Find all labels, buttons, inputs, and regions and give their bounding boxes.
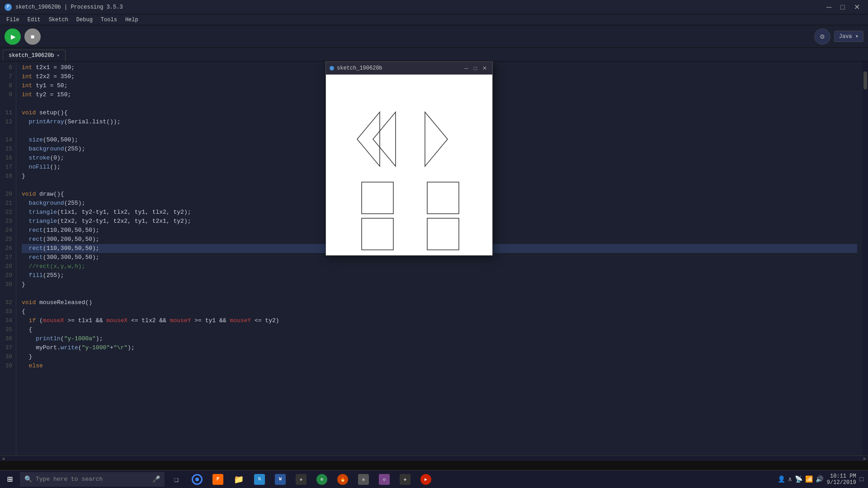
taskbar-app-app7[interactable]: ◇ — [374, 470, 394, 488]
clock-date: 9/12/2019 — [827, 479, 856, 486]
tab-label: sketch_190620b — [9, 52, 54, 59]
app6-icon: ◉ — [358, 474, 369, 485]
sketch-title-left: sketch_190620b — [330, 65, 382, 71]
app4-icon: ⊕ — [316, 474, 327, 485]
rect-top-left — [362, 182, 393, 214]
scroll-left-icon[interactable]: ◀ — [0, 456, 6, 461]
rect-bottom-right — [427, 218, 459, 250]
taskbar-apps: ❑ P 📁 N W ◆ — [166, 470, 436, 488]
code-line-36: println("y-1000a"); — [22, 334, 857, 343]
sketch-close-button[interactable]: ✕ — [481, 65, 489, 71]
tray-icon-1: 👤 — [778, 475, 785, 483]
taskbar-app-app3[interactable]: ◆ — [291, 470, 311, 488]
taskbar-app-taskview[interactable]: ❑ — [166, 470, 186, 488]
taskbar-app-app2[interactable]: N — [250, 470, 269, 488]
code-line-35: { — [22, 325, 857, 334]
search-placeholder-text: Type here to search — [36, 476, 103, 483]
stop-button[interactable] — [24, 28, 41, 45]
menu-bar: File Edit Sketch Debug Tools Help — [0, 14, 868, 25]
app3-icon: ◆ — [296, 474, 307, 485]
menu-debug[interactable]: Debug — [73, 16, 96, 24]
sketch-svg — [330, 76, 488, 254]
taskbar-app-media[interactable]: ▶ — [416, 470, 436, 488]
windows-icon: ⊞ — [7, 474, 13, 485]
menu-help[interactable]: Help — [122, 16, 142, 24]
editor-container: 6 7 8 9 11 12 14 15 16 17 18 20 21 22 23… — [0, 61, 868, 455]
sketch-minimize-button[interactable]: ─ — [462, 65, 470, 71]
microphone-icon[interactable]: 🎤 — [152, 475, 160, 483]
close-button[interactable]: ✕ — [850, 2, 863, 12]
show-desktop-button[interactable]: □ — [860, 476, 863, 483]
sketch-window-titlebar: sketch_190620b ─ □ ✕ — [326, 62, 492, 75]
sketch-preview-window: sketch_190620b ─ □ ✕ — [326, 61, 493, 256]
menu-edit[interactable]: Edit — [24, 16, 44, 24]
taskbar-app-editor[interactable]: P — [208, 470, 228, 488]
menu-tools[interactable]: Tools — [97, 16, 121, 24]
taskbar-app-app8[interactable]: ◈ — [395, 470, 415, 488]
search-icon: 🔍 — [24, 475, 32, 483]
scroll-right-icon[interactable]: ▶ — [862, 456, 868, 461]
horizontal-scrollbar[interactable]: ◀ ▶ — [0, 455, 868, 461]
taskbar-app-app6[interactable]: ◉ — [354, 470, 373, 488]
scrollbar-thumb[interactable] — [863, 71, 867, 89]
app7-icon: ◇ — [379, 474, 390, 485]
title-bar-left: P sketch_190620b | Processing 3.5.3 — [5, 4, 123, 11]
app8-icon: ◈ — [400, 474, 410, 485]
tab-sketch[interactable]: sketch_190620b ▾ — [3, 50, 66, 61]
menu-sketch[interactable]: Sketch — [45, 16, 72, 24]
toolbar: ⚙ Java ▾ — [0, 25, 868, 48]
taskview-icon: ❑ — [174, 475, 179, 484]
media-icon: ▶ — [420, 474, 431, 485]
tray-chevron-up[interactable]: ∧ — [788, 475, 792, 483]
chrome-icon — [192, 474, 203, 485]
sketch-canvas — [326, 75, 492, 255]
code-line-33: { — [22, 307, 857, 316]
mid-divider — [0, 461, 868, 471]
taskbar-app-chrome[interactable] — [187, 470, 207, 488]
taskbar-app-app4[interactable]: ⊕ — [312, 470, 332, 488]
sketch-window-title: sketch_190620b — [337, 65, 382, 71]
vertical-scrollbar[interactable] — [863, 61, 868, 455]
sketch-maximize-button[interactable]: □ — [472, 65, 479, 71]
processing-icon: P — [212, 474, 223, 485]
tray-icon-2: 📡 — [795, 475, 802, 483]
code-line-28: //rect(x,y,w,h); — [22, 262, 857, 271]
taskbar-app-files[interactable]: 📁 — [229, 470, 249, 488]
tray-icon-3: 🔊 — [816, 475, 823, 483]
tab-dropdown-icon[interactable]: ▾ — [57, 53, 60, 58]
taskbar: ⊞ 🔍 Type here to search 🎤 ❑ P 📁 N — [0, 470, 868, 488]
maximize-button[interactable]: □ — [837, 2, 849, 12]
code-line-38: } — [22, 352, 857, 361]
right-triangle-shape — [425, 112, 448, 166]
window-controls: ─ □ ✕ — [823, 2, 863, 12]
tray-icon-wifi: 📶 — [805, 475, 813, 483]
taskbar-app-app5[interactable]: 🔥 — [333, 470, 353, 488]
menu-file[interactable]: File — [3, 16, 23, 24]
line-numbers: 6 7 8 9 11 12 14 15 16 17 18 20 21 22 23… — [0, 61, 16, 455]
user-avatar: ⚙ — [814, 28, 830, 45]
run-button[interactable] — [5, 28, 21, 45]
sketch-window-controls: ─ □ ✕ — [462, 65, 489, 71]
taskbar-search[interactable]: 🔍 Type here to search 🎤 — [20, 472, 165, 487]
tab-bar: sketch_190620b ▾ — [0, 48, 868, 61]
app-icon: P — [5, 4, 12, 11]
sketch-window-icon — [330, 66, 334, 70]
left-triangle — [373, 112, 396, 166]
clock-time: 10:11 PM — [827, 473, 856, 479]
toolbar-right: ⚙ Java ▾ — [814, 28, 863, 45]
code-line-31 — [22, 289, 857, 298]
taskbar-clock: 10:11 PM 9/12/2019 — [827, 473, 856, 486]
rect-top-right — [427, 182, 459, 214]
start-button[interactable]: ⊞ — [0, 470, 20, 488]
taskbar-app-word[interactable]: W — [270, 470, 290, 488]
minimize-button[interactable]: ─ — [823, 2, 835, 12]
rect-bottom-left — [362, 218, 393, 250]
files-icon: 📁 — [234, 474, 244, 484]
mode-selector[interactable]: Java ▾ — [834, 31, 863, 42]
word-icon: W — [275, 474, 286, 485]
title-bar: P sketch_190620b | Processing 3.5.3 ─ □ … — [0, 0, 868, 14]
code-line-34: if (mouseX >= tlx1 && mouseX <= tlx2 && … — [22, 316, 857, 325]
code-line-29: fill(255); — [22, 271, 857, 280]
code-line-37: myPort.write("y-1000"+"\r"); — [22, 343, 857, 352]
system-tray-icons: 👤 ∧ 📡 📶 🔊 — [778, 475, 823, 483]
